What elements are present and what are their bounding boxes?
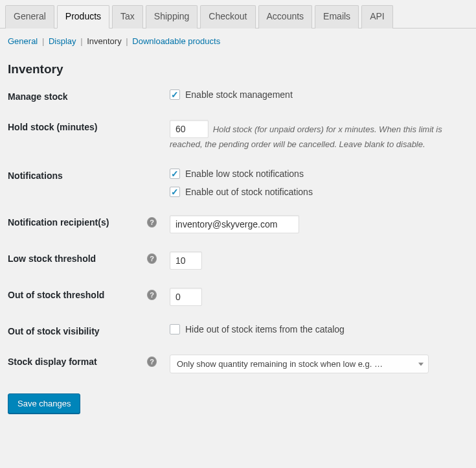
low-stock-notif-checkbox[interactable] (170, 169, 180, 179)
out-threshold-label: Out of stock threshold (8, 290, 104, 300)
subnav-inventory[interactable]: Inventory (87, 36, 121, 46)
out-visibility-label: Out of stock visibility (8, 326, 100, 336)
recipient-label: Notification recipient(s) (8, 217, 109, 228)
hold-stock-label: Hold stock (minutes) (8, 122, 97, 132)
main-tabs: General Products Tax Shipping Checkout A… (0, 0, 476, 29)
sub-nav: General | Display | Inventory | Download… (0, 29, 476, 46)
subnav-downloadable[interactable]: Downloadable products (132, 36, 220, 46)
section-title: Inventory (8, 62, 468, 76)
stock-format-select[interactable]: Only show quantity remaining in stock wh… (170, 355, 429, 373)
tab-shipping[interactable]: Shipping (146, 5, 198, 29)
subnav-display[interactable]: Display (49, 36, 76, 46)
help-icon[interactable] (147, 218, 157, 228)
tab-emails[interactable]: Emails (315, 5, 359, 29)
recipient-input[interactable] (170, 215, 299, 233)
tab-api[interactable]: API (361, 5, 393, 29)
manage-stock-checkbox[interactable] (170, 89, 180, 100)
out-visibility-checkbox-label: Hide out of stock items from the catalog (185, 324, 345, 334)
subnav-general[interactable]: General (8, 36, 38, 46)
low-threshold-input[interactable] (170, 252, 202, 270)
separator: | (78, 36, 84, 46)
separator: | (40, 36, 46, 46)
help-icon[interactable] (147, 254, 157, 264)
tab-products[interactable]: Products (57, 5, 109, 29)
separator: | (124, 36, 130, 46)
out-threshold-input[interactable] (170, 288, 202, 306)
hold-stock-desc: Hold stock (for unpaid orders) for x min… (170, 124, 442, 149)
low-stock-notif-label: Enable low stock notifications (185, 169, 304, 179)
hold-stock-input[interactable] (170, 120, 209, 138)
out-stock-notif-label: Enable out of stock notifications (185, 187, 313, 197)
low-threshold-label: Low stock threshold (8, 253, 96, 264)
out-stock-notif-checkbox[interactable] (170, 187, 180, 197)
tab-accounts[interactable]: Accounts (258, 5, 313, 29)
save-button[interactable]: Save changes (8, 393, 80, 414)
help-icon[interactable] (147, 290, 157, 300)
out-visibility-checkbox[interactable] (170, 324, 180, 334)
manage-stock-label: Manage stock (8, 91, 68, 102)
tab-checkout[interactable]: Checkout (200, 5, 255, 29)
help-icon[interactable] (147, 357, 157, 367)
tab-general[interactable]: General (5, 5, 54, 29)
stock-format-label: Stock display format (8, 357, 97, 367)
notifications-label: Notifications (8, 170, 63, 181)
tab-tax[interactable]: Tax (112, 5, 143, 29)
manage-stock-checkbox-label: Enable stock management (185, 89, 293, 100)
